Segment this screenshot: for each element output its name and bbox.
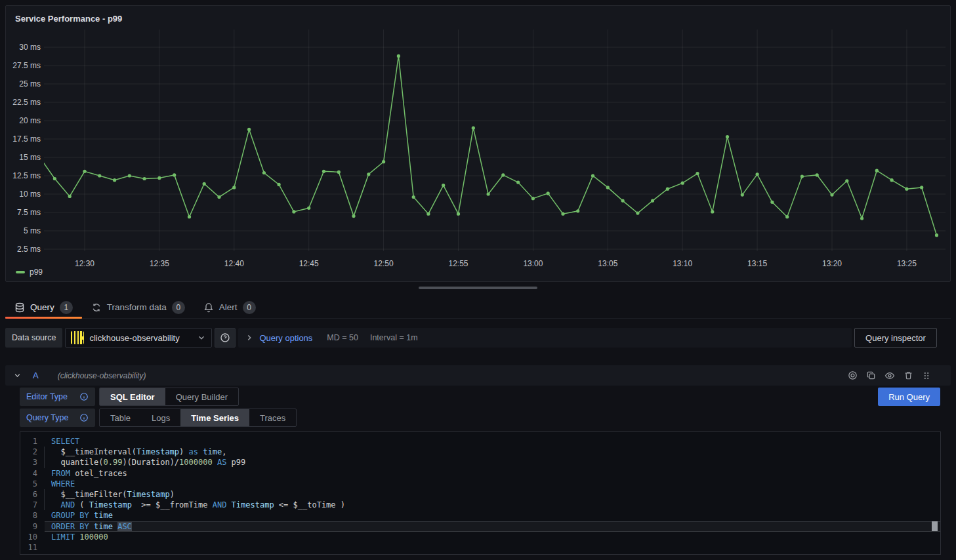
code-line-3[interactable]: 3 quantile(0.99)(Duration)/1000000 AS p9… [20, 457, 940, 468]
line-number: 5 [20, 479, 37, 489]
line-number: 1 [20, 436, 37, 447]
chevron-right-icon [245, 333, 254, 342]
tab-alert-label: Alert [219, 302, 238, 312]
svg-text:17.5 ms: 17.5 ms [12, 134, 41, 144]
y-axis-labels: 2.5 ms5 ms7.5 ms10 ms12.5 ms15 ms17.5 ms… [12, 43, 41, 254]
line-number: 10 [20, 532, 37, 542]
alert-count-badge: 0 [243, 301, 256, 314]
drag-handle[interactable] [922, 371, 931, 380]
svg-text:13:10: 13:10 [673, 259, 692, 268]
datasource-label: Data source [5, 328, 62, 348]
chart-legend[interactable]: p99 [16, 268, 43, 277]
tab-transform-data[interactable]: Transform data 0 [82, 296, 194, 318]
code-text [45, 542, 940, 553]
query-options-link[interactable]: Query options [259, 333, 312, 343]
query-type-label: Query Type [26, 413, 68, 422]
line-number: 2 [20, 447, 37, 457]
transform-icon [91, 302, 102, 313]
code-line-4[interactable]: 4FROM otel_traces [20, 468, 940, 479]
svg-text:12:40: 12:40 [224, 259, 244, 268]
query-row-header[interactable]: A (clickhouse-observability) [5, 365, 951, 386]
editor-type-query-builder[interactable]: Query Builder [165, 388, 238, 405]
query-datasource-hint: (clickhouse-observability) [58, 371, 146, 380]
svg-text:12:35: 12:35 [150, 259, 169, 268]
svg-text:13:00: 13:00 [523, 259, 543, 268]
record-icon [848, 370, 858, 380]
query-options-expand[interactable] [245, 333, 254, 342]
query-ref-id[interactable]: A [33, 370, 39, 380]
code-line-2[interactable]: 2 $__timeInterval(Timestamp) as time, [20, 447, 940, 457]
datasource-help-button[interactable] [215, 328, 236, 348]
indent-guide [44, 457, 45, 468]
query-type-time-series[interactable]: Time Series [180, 409, 249, 426]
edit-pane-tabs: Query 1 Transform data 0 Alert 0 [5, 296, 951, 319]
help-circle-icon [220, 332, 230, 343]
svg-text:13:15: 13:15 [747, 259, 767, 268]
query-row-actions [848, 370, 943, 381]
editor-type-row: Editor Type SQL EditorQuery Builder Run … [20, 388, 940, 406]
p99-series-line [40, 56, 937, 235]
svg-text:12:30: 12:30 [75, 259, 94, 268]
code-text: WHERE [45, 479, 940, 489]
overview-cursor-marker [932, 521, 938, 531]
copy-icon [866, 370, 876, 380]
svg-text:12:45: 12:45 [299, 259, 319, 268]
code-text: GROUP BY time [45, 510, 940, 521]
svg-text:2.5 ms: 2.5 ms [17, 245, 41, 254]
timeseries-chart: 2.5 ms5 ms7.5 ms10 ms12.5 ms15 ms17.5 ms… [6, 6, 950, 281]
editor-type-label: Editor Type [26, 392, 68, 401]
tab-query-label: Query [30, 302, 54, 312]
indent-guide [44, 489, 45, 500]
query-type-row: Query Type TableLogsTime SeriesTraces [20, 409, 297, 427]
grip-dots-icon [922, 371, 931, 380]
tab-query[interactable]: Query 1 [5, 296, 82, 318]
line-number: 4 [20, 468, 37, 479]
code-line-9[interactable]: 9ORDER BY time ASC [20, 521, 940, 532]
datasource-picker[interactable]: clickhouse-observability [65, 328, 212, 348]
code-line-11[interactable]: 11 [20, 542, 940, 553]
code-lines: 1SELECT2 $__timeInterval(Timestamp) as t… [20, 436, 940, 553]
query-type-traces[interactable]: Traces [249, 409, 296, 426]
duplicate-query-button[interactable] [866, 370, 876, 380]
sql-code-editor[interactable]: 1SELECT2 $__timeInterval(Timestamp) as t… [20, 431, 941, 555]
query-type-table[interactable]: Table [100, 409, 141, 426]
svg-text:12:55: 12:55 [448, 259, 468, 268]
eye-icon [884, 370, 895, 381]
code-line-7[interactable]: 7 AND ( Timestamp >= $__fromTime AND Tim… [20, 500, 940, 510]
hide-query-button[interactable] [884, 370, 895, 381]
query-type-logs[interactable]: Logs [141, 409, 180, 426]
line-number: 7 [20, 500, 37, 510]
run-query-button[interactable]: Run Query [878, 388, 940, 406]
tab-alert[interactable]: Alert 0 [194, 296, 265, 318]
legend-series-label[interactable]: p99 [30, 268, 43, 277]
svg-text:12.5 ms: 12.5 ms [12, 171, 41, 180]
line-number: 6 [20, 489, 37, 500]
code-text: FROM otel_traces [45, 468, 940, 479]
code-line-1[interactable]: 1SELECT [20, 436, 940, 447]
query-options-bar: Query options MD = 50 Interval = 1m [238, 328, 852, 348]
query-type-group: TableLogsTime SeriesTraces [99, 409, 297, 427]
code-text: ORDER BY time ASC [45, 521, 940, 532]
remove-query-button[interactable] [904, 370, 913, 380]
x-axis-labels: 12:3012:3512:4012:4512:5012:5513:0013:05… [75, 259, 917, 268]
query-count-badge: 1 [60, 301, 73, 314]
info-icon[interactable] [79, 392, 89, 401]
legend-series-swatch [16, 271, 25, 273]
code-line-6[interactable]: 6 $__timeFilter(Timestamp) [20, 489, 940, 500]
timeseries-panel: Service Performance - p99 2.5 ms5 ms7.5 … [5, 5, 951, 282]
datasource-help-toggle[interactable] [848, 370, 858, 380]
query-inspector-button[interactable]: Query inspector [854, 328, 937, 348]
svg-text:5 ms: 5 ms [24, 226, 41, 235]
bell-icon [203, 302, 214, 313]
query-collapse-toggle[interactable] [13, 371, 22, 380]
code-line-8[interactable]: 8GROUP BY time [20, 510, 940, 521]
info-icon[interactable] [79, 413, 89, 422]
database-icon [14, 302, 25, 313]
query-type-label-box: Query Type [20, 409, 95, 427]
code-line-5[interactable]: 5WHERE [20, 479, 940, 489]
pane-splitter-handle[interactable] [419, 287, 537, 289]
code-line-10[interactable]: 10LIMIT 100000 [20, 532, 940, 542]
editor-type-sql-editor[interactable]: SQL Editor [100, 388, 165, 405]
svg-text:20 ms: 20 ms [19, 116, 41, 125]
transform-count-badge: 0 [172, 301, 185, 314]
